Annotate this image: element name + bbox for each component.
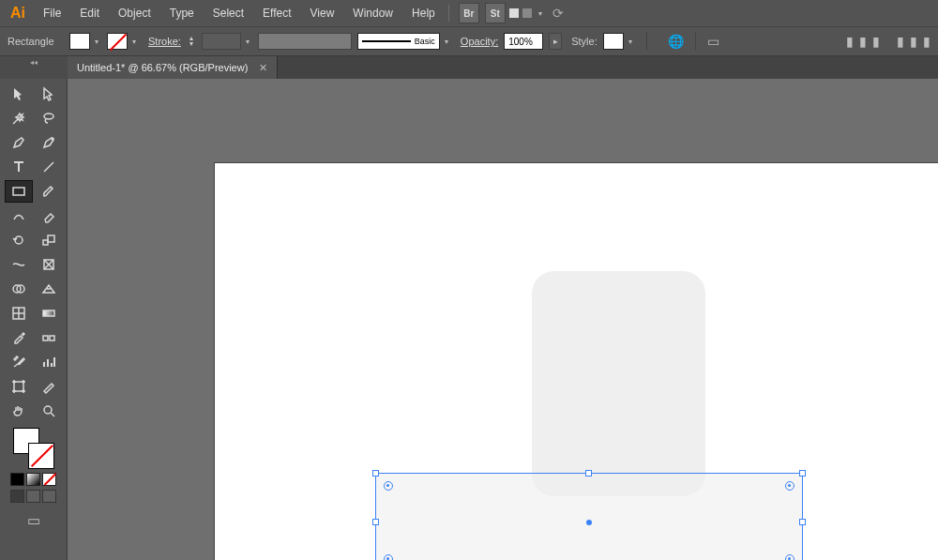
bridge-button[interactable]: Br bbox=[459, 3, 479, 23]
curvature-tool[interactable] bbox=[35, 131, 63, 154]
resize-handle-tl[interactable] bbox=[372, 470, 379, 477]
chevron-down-icon: ▾ bbox=[626, 38, 635, 46]
mesh-tool[interactable] bbox=[5, 302, 33, 325]
eyedropper-tool[interactable] bbox=[5, 326, 33, 349]
resize-handle-ml[interactable] bbox=[372, 519, 379, 525]
color-none-button[interactable] bbox=[42, 473, 56, 486]
align-right-icon[interactable]: ▮ bbox=[872, 34, 880, 49]
live-corner-widget[interactable] bbox=[384, 481, 393, 491]
scale-tool[interactable] bbox=[35, 229, 63, 251]
resize-handle-tr[interactable] bbox=[799, 470, 806, 477]
style-label: Style: bbox=[571, 36, 598, 47]
recolor-artwork-icon[interactable]: 🌐 bbox=[668, 34, 684, 49]
draw-inside-button[interactable] bbox=[42, 490, 56, 503]
pen-tool[interactable] bbox=[5, 131, 33, 154]
artboard-tool[interactable] bbox=[5, 375, 33, 398]
stroke-weight-stepper[interactable]: ▴▾ bbox=[187, 36, 196, 47]
chevron-down-icon: ▾ bbox=[536, 9, 545, 18]
align-vcenter-icon[interactable]: ▮ bbox=[910, 34, 917, 49]
selected-rectangle[interactable] bbox=[375, 473, 803, 560]
style-swatch bbox=[603, 33, 624, 50]
align-bottom-icon[interactable]: ▮ bbox=[923, 34, 930, 49]
stroke-indicator[interactable] bbox=[28, 443, 54, 469]
close-tab-icon[interactable]: ✕ bbox=[259, 62, 267, 74]
screen-mode-button[interactable]: ▭ bbox=[27, 512, 40, 529]
gradient-tool[interactable] bbox=[35, 302, 63, 325]
eraser-tool[interactable] bbox=[35, 204, 63, 227]
brush-basic-label: Basic bbox=[415, 37, 435, 46]
live-corner-widget[interactable] bbox=[384, 554, 393, 560]
menu-window[interactable]: Window bbox=[343, 3, 402, 23]
svg-point-15 bbox=[44, 406, 52, 414]
chevron-down-icon: ▾ bbox=[129, 38, 139, 46]
stroke-label[interactable]: Stroke: bbox=[148, 36, 181, 47]
lasso-tool[interactable] bbox=[35, 107, 63, 129]
opacity-value-field[interactable]: 100% bbox=[504, 33, 543, 50]
magic-wand-tool[interactable] bbox=[5, 107, 33, 129]
menu-edit[interactable]: Edit bbox=[70, 3, 109, 23]
document-tab[interactable]: Untitled-1* @ 66.67% (RGB/Preview) ✕ bbox=[68, 56, 278, 79]
fill-color-picker[interactable]: ▾ bbox=[69, 33, 101, 50]
toolbox-dock-toggle[interactable]: ◂◂ bbox=[0, 56, 68, 79]
shape-builder-tool[interactable] bbox=[5, 278, 33, 300]
color-gradient-button[interactable] bbox=[26, 473, 40, 486]
blend-tool[interactable] bbox=[35, 326, 63, 349]
slice-tool[interactable] bbox=[35, 375, 63, 398]
type-tool[interactable] bbox=[5, 156, 33, 178]
column-graph-tool[interactable] bbox=[35, 351, 63, 373]
stock-button[interactable]: St bbox=[485, 3, 506, 23]
paintbrush-tool[interactable] bbox=[35, 180, 63, 203]
variable-width-profile[interactable]: ▾ bbox=[202, 33, 252, 50]
draw-behind-button[interactable] bbox=[26, 490, 40, 503]
selection-tool[interactable] bbox=[5, 83, 33, 105]
color-solid-button[interactable] bbox=[10, 473, 24, 486]
artboard[interactable]: B bbox=[215, 163, 938, 560]
opacity-label[interactable]: Opacity: bbox=[461, 36, 498, 47]
artwork-rounded-rect[interactable] bbox=[532, 271, 705, 496]
menu-view[interactable]: View bbox=[301, 3, 344, 23]
canvas[interactable]: B bbox=[68, 79, 938, 560]
brush-definition-field[interactable] bbox=[258, 33, 352, 50]
fill-swatch bbox=[69, 33, 90, 50]
free-transform-tool[interactable] bbox=[35, 253, 63, 276]
opacity-flyout-button[interactable]: ▸ bbox=[549, 33, 562, 50]
menubar-divider bbox=[448, 5, 449, 22]
brush-preset[interactable]: Basic ▾ bbox=[357, 33, 451, 50]
shaper-tool[interactable] bbox=[5, 204, 33, 227]
live-corner-widget[interactable] bbox=[785, 481, 794, 491]
draw-normal-button[interactable] bbox=[10, 490, 24, 503]
svg-point-0 bbox=[44, 114, 53, 119]
menu-type[interactable]: Type bbox=[160, 3, 204, 23]
symbol-sprayer-tool[interactable] bbox=[5, 351, 33, 373]
stroke-color-picker[interactable]: ▾ bbox=[107, 33, 139, 50]
perspective-grid-tool[interactable] bbox=[35, 278, 63, 300]
svg-point-13 bbox=[16, 356, 18, 358]
menu-file[interactable]: File bbox=[34, 3, 70, 23]
hand-tool[interactable] bbox=[5, 400, 33, 422]
menu-object[interactable]: Object bbox=[109, 3, 160, 23]
menu-select[interactable]: Select bbox=[204, 3, 253, 23]
direct-selection-tool[interactable] bbox=[35, 83, 63, 105]
menu-help[interactable]: Help bbox=[402, 3, 445, 23]
width-tool[interactable] bbox=[5, 253, 33, 276]
workspace-icon bbox=[509, 8, 519, 18]
svg-rect-11 bbox=[50, 336, 54, 341]
sync-settings-icon[interactable]: ⟳ bbox=[552, 6, 564, 21]
main-area: ▭ B bbox=[0, 79, 938, 560]
selection-center-icon bbox=[586, 520, 592, 525]
rotate-tool[interactable] bbox=[5, 229, 33, 251]
align-left-icon[interactable]: ▮ bbox=[846, 34, 854, 49]
document-setup-icon[interactable]: ▭ bbox=[707, 34, 719, 49]
align-top-icon[interactable]: ▮ bbox=[897, 34, 904, 49]
menu-effect[interactable]: Effect bbox=[253, 3, 300, 23]
resize-handle-tm[interactable] bbox=[585, 470, 592, 477]
resize-handle-mr[interactable] bbox=[799, 519, 806, 525]
live-corner-widget[interactable] bbox=[785, 554, 794, 560]
workspace-switcher[interactable]: ▾ bbox=[509, 8, 545, 18]
zoom-tool[interactable] bbox=[35, 400, 63, 422]
align-hcenter-icon[interactable]: ▮ bbox=[859, 34, 867, 49]
fill-stroke-indicator[interactable] bbox=[13, 428, 54, 469]
line-segment-tool[interactable] bbox=[35, 156, 63, 178]
graphic-style-picker[interactable]: ▾ bbox=[603, 33, 635, 50]
rectangle-tool[interactable] bbox=[5, 180, 33, 203]
